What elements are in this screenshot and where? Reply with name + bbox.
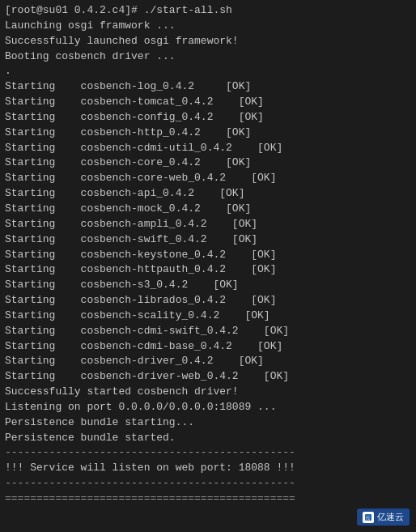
terminal-line: Persistence bundle started. — [5, 431, 411, 446]
terminal-line: Starting cosbench-keystone_0.4.2 [OK] — [5, 248, 411, 263]
terminal-window: [root@su01 0.4.2.c4]# ./start-all.shLaun… — [0, 0, 416, 532]
terminal-line: Starting cosbench-tomcat_0.4.2 [OK] — [5, 95, 411, 110]
terminal-line: Launching osgi framwork ... — [5, 19, 411, 34]
terminal-line: Successfully started cosbench driver! — [5, 385, 411, 400]
terminal-line: Booting cosbench driver ... — [5, 49, 411, 65]
terminal-line: ----------------------------------------… — [5, 476, 411, 492]
terminal-line: Starting cosbench-cdmi-swift_0.4.2 [OK] — [5, 324, 411, 339]
terminal-line: Starting cosbench-core_0.4.2 [OK] — [5, 155, 411, 171]
terminal-line: !!! Service will listen on web port: 180… — [5, 461, 411, 476]
terminal-line: Starting cosbench-config_0.4.2 [OK] — [5, 110, 411, 126]
terminal-line: Starting cosbench-core-web_0.4.2 [OK] — [5, 171, 411, 186]
watermark-icon: 云 — [363, 512, 374, 523]
terminal-line: Starting cosbench-driver_0.4.2 [OK] — [5, 354, 411, 369]
terminal-line: Starting cosbench-scality_0.4.2 [OK] — [5, 309, 411, 324]
terminal-line: Starting cosbench-cdmi-util_0.4.2 [OK] — [5, 141, 411, 156]
terminal-line: Starting cosbench-librados_0.4.2 [OK] — [5, 293, 411, 309]
terminal-line: Successfully launched osgi framework! — [5, 34, 411, 49]
terminal-line: Starting cosbench-swift_0.4.2 [OK] — [5, 232, 411, 248]
terminal-line: . — [5, 64, 411, 79]
terminal-line: Starting cosbench-httpauth_0.4.2 [OK] — [5, 262, 411, 278]
terminal-line: Listening on port 0.0.0.0/0.0.0.0:18089 … — [5, 400, 411, 415]
terminal-line: Starting cosbench-s3_0.4.2 [OK] — [5, 278, 411, 293]
terminal-line: Starting cosbench-log_0.4.2 [OK] — [5, 79, 411, 95]
svg-text:云: 云 — [365, 515, 371, 521]
terminal-line: Starting cosbench-ampli_0.4.2 [OK] — [5, 217, 411, 232]
watermark-text: 亿速云 — [377, 511, 404, 523]
terminal-line: Persistence bundle starting... — [5, 415, 411, 431]
terminal-line: Starting cosbench-http_0.4.2 [OK] — [5, 126, 411, 141]
terminal-line: ========================================… — [5, 492, 411, 507]
terminal-line: ----------------------------------------… — [5, 445, 411, 461]
terminal-line: Starting cosbench-api_0.4.2 [OK] — [5, 186, 411, 202]
terminal-line: Starting cosbench-mock_0.4.2 [OK] — [5, 202, 411, 217]
watermark-badge: 云 亿速云 — [357, 509, 410, 526]
terminal-line: Starting cosbench-driver-web_0.4.2 [OK] — [5, 369, 411, 385]
terminal-line: [root@su01 0.4.2.c4]# ./start-all.sh — [5, 3, 411, 19]
terminal-line: Starting cosbench-cdmi-base_0.4.2 [OK] — [5, 339, 411, 355]
